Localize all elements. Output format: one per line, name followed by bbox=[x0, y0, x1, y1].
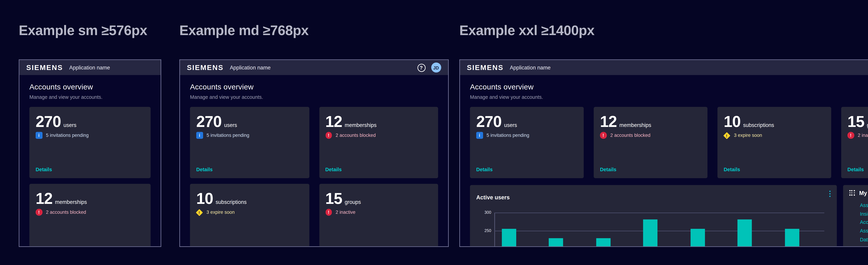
feedback-text: 2 accounts blocked bbox=[46, 209, 86, 215]
feedback-text: 2 accounts blocked bbox=[336, 132, 376, 138]
error-icon: ! bbox=[325, 132, 332, 139]
app-link-label: Access key bbox=[860, 220, 868, 225]
stat-value: 10 bbox=[724, 115, 741, 128]
details-link[interactable]: Details bbox=[36, 167, 52, 172]
app-header: SIEMENS Application name bbox=[20, 60, 161, 75]
stat-card-subscriptions: 10 subscriptions ! 3 expire soon Details bbox=[717, 107, 831, 178]
kebab-menu-icon[interactable] bbox=[829, 190, 831, 198]
dashboard-bottom-row: Active users 300250 My apps Assets flow›… bbox=[470, 185, 868, 247]
example-frame-xxl: SIEMENS Application name ? JD Accounts o… bbox=[459, 59, 868, 247]
page-title: Accounts overview bbox=[470, 83, 868, 91]
stat-card-memberships: 12 memberships ! 2 accounts blocked Deta… bbox=[594, 107, 707, 178]
stat-value: 270 bbox=[196, 115, 221, 128]
feedback-text: 2 inactive bbox=[858, 132, 868, 138]
stat-cards-grid: 270 users i 5 invitations pending Detail… bbox=[29, 107, 151, 247]
feedback-row: i 5 invitations pending bbox=[476, 131, 578, 139]
feedback-row: ! 2 accounts blocked bbox=[325, 131, 432, 139]
stat-unit: groups bbox=[345, 199, 361, 205]
my-apps-link-access-key[interactable]: Access key› bbox=[860, 218, 868, 227]
page-subtitle: Manage and view your accounts. bbox=[190, 94, 438, 100]
feedback-text: 5 invitations pending bbox=[487, 132, 529, 138]
page-content: Accounts overview Manage and view your a… bbox=[20, 75, 161, 247]
breakpoint-title-xxl: Example xxl ≥1400px bbox=[459, 23, 594, 39]
icon-glyph: ! bbox=[328, 133, 329, 138]
help-icon[interactable]: ? bbox=[417, 63, 425, 71]
app-link-label: Assets App bbox=[860, 228, 868, 234]
info-icon: i bbox=[476, 132, 483, 139]
stat-cards-grid: 270 users i 5 invitations pending Detail… bbox=[190, 107, 438, 247]
feedback-row: ! 2 accounts blocked bbox=[600, 131, 701, 139]
info-icon: i bbox=[196, 132, 203, 139]
app-header: SIEMENS Application name ? JD bbox=[460, 60, 868, 75]
my-apps-panel: My apps Assets flow›Insights›Access key›… bbox=[843, 185, 868, 247]
stat-value: 270 bbox=[476, 115, 501, 128]
my-apps-link-assets-flow[interactable]: Assets flow› bbox=[860, 201, 868, 210]
stat: 12 memberships bbox=[325, 115, 432, 128]
stat-card-memberships: 12 memberships ! 2 accounts blocked Deta… bbox=[319, 107, 438, 178]
feedback-text: 3 expire soon bbox=[207, 209, 235, 215]
icon-glyph: i bbox=[38, 133, 39, 138]
details-link[interactable]: Details bbox=[600, 167, 616, 172]
stat-unit: users bbox=[63, 122, 76, 128]
stat-unit: subscriptions bbox=[216, 199, 247, 205]
feedback-row: i 5 invitations pending bbox=[36, 131, 144, 139]
stat-value: 270 bbox=[36, 115, 61, 128]
my-apps-title: My apps bbox=[859, 190, 868, 196]
stat-card-users: 270 users i 5 invitations pending Detail… bbox=[29, 107, 151, 178]
details-link[interactable]: Details bbox=[847, 167, 864, 172]
error-icon: ! bbox=[325, 209, 332, 215]
my-apps-header: My apps bbox=[849, 190, 868, 196]
stat-card-users: 270 users i 5 invitations pending Detail… bbox=[470, 107, 584, 178]
bar-1 bbox=[501, 229, 516, 247]
icon-glyph: i bbox=[479, 133, 480, 138]
page-content: Accounts overview Manage and view your a… bbox=[180, 75, 448, 247]
stat-card-users: 270 users i 5 invitations pending Detail… bbox=[190, 107, 309, 178]
stat-unit: groups bbox=[867, 122, 868, 128]
stat-unit: subscriptions bbox=[743, 122, 774, 128]
stat: 12 memberships bbox=[600, 115, 701, 128]
bar-6 bbox=[738, 220, 752, 247]
bar-4 bbox=[643, 220, 657, 247]
stat: 12 memberships bbox=[36, 192, 144, 205]
stat-value: 15 bbox=[325, 192, 342, 205]
icon-glyph: ! bbox=[602, 133, 604, 138]
my-apps-link-assets-app[interactable]: Assets App› bbox=[860, 227, 868, 235]
details-link[interactable]: Details bbox=[196, 167, 213, 172]
active-users-chart-panel: Active users 300250 bbox=[470, 185, 837, 247]
stat-card-groups: 15 groups ! 2 inactive Details bbox=[841, 107, 868, 178]
bar-2 bbox=[549, 238, 563, 247]
breakpoint-title-md: Example md ≥768px bbox=[179, 23, 309, 39]
details-link[interactable]: Details bbox=[325, 167, 342, 172]
chart-title: Active users bbox=[476, 194, 510, 200]
stat: 15 groups bbox=[847, 115, 868, 128]
stat-card-subscriptions: 10 subscriptions ! 3 expire soon Details bbox=[190, 183, 309, 247]
stat-value: 10 bbox=[196, 192, 213, 205]
y-axis-tick-300: 300 bbox=[472, 209, 491, 215]
feedback-row: ! 2 inactive bbox=[325, 209, 432, 216]
stat: 270 users bbox=[36, 115, 144, 128]
icon-glyph: ! bbox=[38, 210, 39, 214]
feedback-row: i 5 invitations pending bbox=[196, 131, 303, 139]
info-icon: i bbox=[36, 132, 42, 139]
gridline-300 bbox=[494, 212, 825, 213]
stat-value: 15 bbox=[847, 115, 864, 128]
feedback-row: ! 3 expire soon bbox=[196, 209, 303, 216]
my-apps-link-insights[interactable]: Insights› bbox=[860, 210, 868, 218]
siemens-logo: SIEMENS bbox=[187, 64, 224, 71]
stat-unit: memberships bbox=[55, 199, 87, 205]
my-apps-link-data-app[interactable]: Data App› bbox=[860, 235, 868, 244]
page-title: Accounts overview bbox=[29, 83, 151, 91]
details-link[interactable]: Details bbox=[476, 167, 493, 172]
details-link[interactable]: Details bbox=[724, 167, 740, 172]
stat-unit: users bbox=[224, 122, 237, 128]
page-subtitle: Manage and view your accounts. bbox=[470, 94, 868, 100]
siemens-logo: SIEMENS bbox=[26, 64, 63, 71]
app-name: Application name bbox=[510, 64, 551, 71]
feedback-text: 2 inactive bbox=[336, 209, 355, 215]
feedback-text: 2 accounts blocked bbox=[610, 132, 650, 138]
avatar[interactable]: JD bbox=[431, 62, 441, 72]
stat-unit: memberships bbox=[345, 122, 376, 128]
page-content: Accounts overview Manage and view your a… bbox=[460, 75, 868, 247]
stat-unit: memberships bbox=[619, 122, 651, 128]
stat-card-groups: 15 groups ! 2 inactive Details bbox=[319, 183, 438, 247]
